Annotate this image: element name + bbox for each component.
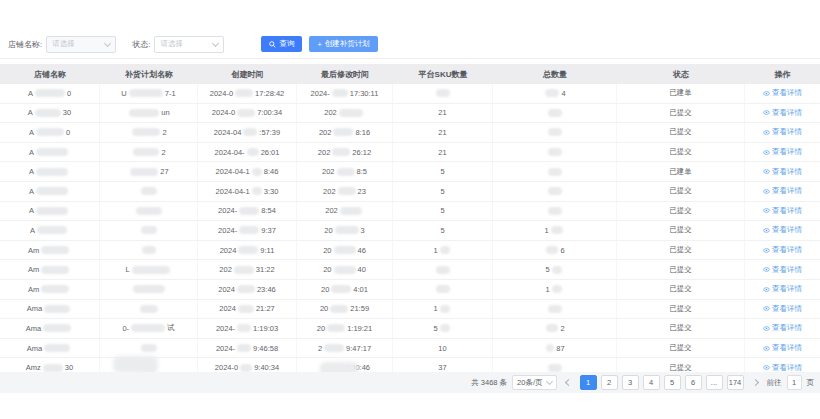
status-badge: 已提交 — [669, 186, 692, 196]
status-badge: 已提交 — [669, 343, 692, 353]
view-details-link[interactable]: 查看详情 — [763, 147, 802, 157]
query-button[interactable]: 查询 — [261, 36, 302, 52]
created-time-cell-text: 2024- — [216, 324, 235, 333]
redacted-value — [548, 168, 562, 176]
redacted-value — [548, 305, 562, 313]
redacted-value — [133, 148, 159, 156]
sku-count-cell-text: 21 — [438, 148, 446, 157]
sku-count-cell: 21 — [393, 104, 493, 123]
status-cell: 已提交 — [617, 241, 745, 260]
store-filter-select[interactable]: 请选择 — [46, 36, 116, 53]
redacted-value — [337, 168, 355, 176]
store-name-cell-text: A — [28, 108, 33, 117]
page-button-174[interactable]: 174 — [727, 375, 744, 390]
redacted-value — [436, 89, 450, 97]
action-cell: 查看详情 — [745, 280, 820, 299]
empty-cell — [493, 363, 617, 372]
redacted-value — [243, 128, 257, 136]
view-details-link[interactable]: 查看详情 — [763, 108, 802, 118]
created-time-cell: 2024-9:46:58 — [198, 339, 297, 358]
plan-name-cell: U7-1 — [100, 84, 198, 103]
redacted-value — [440, 305, 450, 313]
redacted-value — [339, 109, 363, 117]
view-details-link[interactable]: 查看详情 — [763, 284, 802, 294]
plan-name-cell-text: un — [161, 108, 169, 117]
plan-name-cell — [100, 221, 198, 240]
store-name-cell-text: A — [29, 167, 34, 176]
redacted-value — [334, 266, 356, 274]
view-details-link[interactable]: 查看详情 — [763, 265, 802, 275]
created-time-cell-text: 2024-04-1 — [216, 167, 250, 176]
status-filter-select[interactable]: 请选择 — [154, 36, 224, 53]
redacted-value — [36, 168, 68, 176]
page-size-select[interactable]: 20条/页 — [512, 375, 556, 390]
modified-time-cell: 2024-17:30:11 — [297, 84, 393, 103]
status-badge: 已提交 — [669, 147, 692, 157]
store-name-cell-text: A — [29, 187, 34, 196]
action-cell: 查看详情 — [745, 300, 820, 319]
column-header-1: 店铺名称 — [0, 64, 100, 84]
modified-time-cell-text: 3 — [361, 226, 365, 235]
next-page-button[interactable] — [749, 376, 762, 389]
page-button-4[interactable]: 4 — [643, 375, 660, 390]
redacted-value — [141, 344, 157, 352]
total-count-cell: 1 — [493, 221, 617, 240]
page-button-2[interactable]: 2 — [601, 375, 618, 390]
total-count-cell: 1 — [493, 280, 617, 299]
plan-name-cell-text: 2 — [161, 148, 165, 157]
prev-page-button[interactable] — [562, 376, 575, 389]
plan-name-cell-text: 2 — [162, 128, 166, 137]
view-details-icon — [763, 345, 770, 352]
status-cell: 已提交 — [617, 339, 745, 358]
create-replenish-plan-button[interactable]: + 创建补货计划 — [309, 36, 377, 52]
table-header-row: 店铺名称补货计划名称创建时间最后修改时间平台SKU数量总数量状态操作 — [0, 64, 820, 84]
view-details-label: 查看详情 — [772, 167, 802, 177]
column-header-5: 平台SKU数量 — [393, 64, 493, 84]
modified-time-cell: 20223 — [297, 182, 393, 201]
redacted-value — [44, 344, 70, 352]
plan-name-cell — [100, 202, 198, 221]
modified-time-cell: 2028:5 — [297, 162, 393, 181]
created-time-cell-text: 2024-0 — [212, 108, 235, 117]
page-ellipsis-button[interactable]: ... — [706, 375, 723, 390]
total-count-cell — [493, 143, 617, 162]
view-details-link[interactable]: 查看详情 — [763, 206, 802, 216]
action-cell: 查看详情 — [745, 104, 820, 123]
page-button-1[interactable]: 1 — [580, 375, 597, 390]
modified-time-cell-text: 202 — [319, 128, 332, 137]
action-cell: 查看详情 — [745, 339, 820, 358]
redacted-value — [334, 246, 356, 254]
created-time-cell-text: 31:22 — [256, 265, 275, 274]
store-name-cell: A30 — [0, 104, 100, 123]
view-details-link[interactable]: 查看详情 — [763, 343, 802, 353]
created-time-cell-text: 2024-0 — [210, 89, 233, 98]
filter-table-divider — [0, 58, 820, 59]
redacted-value — [36, 207, 68, 215]
view-details-link[interactable]: 查看详情 — [763, 304, 802, 314]
empty-cell — [617, 363, 745, 372]
view-details-icon — [763, 188, 770, 195]
view-details-link[interactable]: 查看详情 — [763, 167, 802, 177]
redacted-value — [41, 246, 69, 254]
create-button-label: 创建补货计划 — [325, 39, 370, 49]
store-name-cell-text: 0 — [67, 89, 71, 98]
total-count-cell-text: 1 — [544, 226, 548, 235]
redacted-value — [332, 89, 348, 97]
page-button-6[interactable]: 6 — [685, 375, 702, 390]
view-details-icon — [763, 325, 770, 332]
view-details-link[interactable]: 查看详情 — [763, 186, 802, 196]
total-count-cell: 87 — [493, 339, 617, 358]
view-details-link[interactable]: 查看详情 — [763, 127, 802, 137]
view-details-link[interactable]: 查看详情 — [763, 323, 802, 333]
page-button-5[interactable]: 5 — [664, 375, 681, 390]
created-time-cell: 2024-1:19:03 — [198, 319, 297, 338]
view-details-link[interactable]: 查看详情 — [763, 225, 802, 235]
redacted-value — [37, 226, 67, 234]
view-details-link[interactable]: 查看详情 — [763, 245, 802, 255]
redacted-value — [129, 89, 163, 97]
jump-page-input[interactable] — [787, 375, 802, 390]
view-details-link[interactable]: 查看详情 — [763, 88, 802, 98]
page-button-3[interactable]: 3 — [622, 375, 639, 390]
status-badge: 已提交 — [669, 284, 692, 294]
redacted-value — [133, 285, 165, 293]
